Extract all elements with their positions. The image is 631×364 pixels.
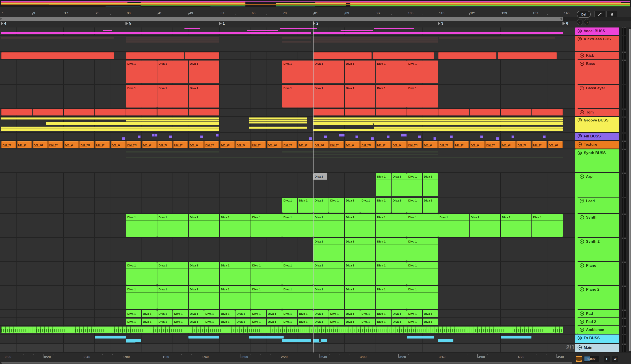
- track-header-basslayer[interactable]: BassLayer: [578, 85, 619, 108]
- clip[interactable]: [64, 109, 94, 116]
- locator-2[interactable]: 2: [313, 22, 318, 26]
- locator-6[interactable]: 6: [562, 22, 568, 26]
- clip[interactable]: [496, 137, 499, 140]
- clip[interactable]: Diva 1: [251, 310, 266, 317]
- track-lane-synth-buss[interactable]: [0, 150, 575, 172]
- clip[interactable]: Diva 1: [314, 60, 344, 83]
- clip-strip[interactable]: [126, 120, 219, 122]
- clip[interactable]: KM_WI: [79, 141, 94, 148]
- forward-button[interactable]: →: [584, 19, 590, 25]
- clip-strip[interactable]: [374, 28, 414, 29]
- track-header-kick[interactable]: Kick: [578, 52, 619, 60]
- clip-strip[interactable]: [95, 336, 126, 338]
- clip[interactable]: Diva 1: [251, 214, 282, 237]
- clip-strip[interactable]: [407, 336, 434, 338]
- zoom-width-button[interactable]: W: [612, 356, 618, 362]
- clip[interactable]: KM_W: [485, 141, 500, 148]
- clip[interactable]: Diva 1: [345, 198, 360, 212]
- track-header-main[interactable]: Main: [575, 344, 619, 352]
- clip[interactable]: Diva 1: [407, 310, 422, 317]
- clip[interactable]: [532, 109, 563, 116]
- play-circle-icon[interactable]: [580, 320, 584, 324]
- clip[interactable]: Diva 1: [532, 214, 563, 237]
- clip[interactable]: Diva 1: [189, 85, 219, 108]
- clip[interactable]: Diva 1: [267, 310, 282, 317]
- clip[interactable]: [376, 109, 406, 116]
- clip[interactable]: Diva 1: [282, 318, 297, 325]
- clip-strip[interactable]: [249, 126, 307, 128]
- clip[interactable]: Diva 1: [392, 198, 406, 212]
- clip[interactable]: [345, 109, 375, 116]
- clip[interactable]: Diva 1: [407, 198, 422, 212]
- track-header-ambience[interactable]: Ambience: [578, 326, 619, 334]
- clip-strip[interactable]: [282, 339, 311, 342]
- group-circle-icon[interactable]: [577, 118, 582, 122]
- clip[interactable]: [122, 137, 125, 140]
- clip[interactable]: Diva 1: [236, 310, 250, 317]
- clip-strip[interactable]: [1, 32, 310, 34]
- vertical-scrollbar[interactable]: [629, 29, 630, 351]
- clip[interactable]: Diva 1: [282, 262, 313, 285]
- clip[interactable]: Diva 1: [470, 214, 500, 237]
- group-circle-icon[interactable]: [577, 28, 582, 33]
- play-circle-icon[interactable]: [580, 328, 584, 332]
- clip-strip[interactable]: [313, 154, 438, 155]
- clip[interactable]: KM_W: [17, 141, 32, 148]
- clip[interactable]: Diva 1: [298, 198, 313, 212]
- clip[interactable]: KM_W: [111, 141, 126, 148]
- clip[interactable]: Diva 1: [220, 286, 250, 309]
- play-circle-icon[interactable]: [580, 53, 584, 58]
- clip[interactable]: Diva 1: [345, 214, 375, 237]
- clip[interactable]: Diva 1: [220, 214, 250, 237]
- track-lane-groove-buss[interactable]: [0, 117, 575, 132]
- clip[interactable]: KM_W: [438, 141, 454, 148]
- fold-circle-icon[interactable]: [580, 239, 584, 244]
- track-lane-fx-buss[interactable]: [0, 334, 575, 343]
- track-header-fill-buss[interactable]: Fill BUSS: [575, 133, 619, 140]
- track-header-lead[interactable]: Lead: [578, 198, 619, 213]
- clip[interactable]: Diva 1: [407, 173, 422, 196]
- clip[interactable]: [373, 52, 434, 59]
- clip[interactable]: [158, 109, 188, 116]
- fold-circle-icon[interactable]: [580, 86, 584, 90]
- playback-speed-box[interactable]: 1.00x: [584, 356, 599, 362]
- clip-strip[interactable]: [313, 339, 319, 342]
- clip[interactable]: Diva 1: [345, 262, 375, 285]
- group-circle-icon[interactable]: [577, 37, 582, 42]
- clip[interactable]: KM_WI: [360, 141, 375, 148]
- clip[interactable]: Diva 1: [189, 262, 219, 285]
- clip[interactable]: [339, 134, 342, 136]
- clip[interactable]: Diva 1: [220, 262, 250, 285]
- clip[interactable]: Diva 1: [282, 286, 313, 309]
- clip[interactable]: [342, 134, 344, 136]
- fold-circle-icon[interactable]: [580, 199, 584, 203]
- clip[interactable]: Diva 1: [189, 60, 219, 83]
- clip[interactable]: Diva 1: [392, 173, 406, 196]
- delete-button[interactable]: Del: [577, 11, 591, 18]
- play-circle-icon[interactable]: [580, 110, 584, 114]
- clip[interactable]: Diva 1: [407, 85, 438, 108]
- clip[interactable]: [407, 109, 438, 116]
- track-header-tom[interactable]: Tom: [578, 109, 619, 116]
- track-lane-piano[interactable]: Diva 1Diva 1Diva 1Diva 1Diva 1Diva 1Diva…: [0, 262, 575, 285]
- clip[interactable]: Diva 1: [126, 262, 157, 285]
- clip[interactable]: KM_WI: [32, 141, 48, 148]
- track-lane-synth[interactable]: Diva 1Diva 1Diva 1Diva 1Diva 1Diva 1Diva…: [0, 214, 575, 237]
- clip-strip[interactable]: [374, 124, 563, 125]
- clip-strip[interactable]: [1, 118, 219, 120]
- clip[interactable]: [216, 134, 218, 136]
- clip[interactable]: [185, 52, 219, 59]
- group-circle-icon[interactable]: [577, 336, 582, 340]
- clip[interactable]: Diva 1: [158, 214, 188, 237]
- clip[interactable]: KM_W: [48, 141, 63, 148]
- clip[interactable]: [32, 109, 63, 116]
- clip[interactable]: Diva 1: [314, 173, 327, 196]
- clip[interactable]: Diva 1: [158, 310, 172, 317]
- clip[interactable]: Diva 1: [282, 60, 313, 83]
- track-lane-vocal-buss[interactable]: [0, 28, 575, 35]
- clip[interactable]: Diva 1: [376, 262, 406, 285]
- fold-circle-icon[interactable]: [580, 215, 584, 220]
- track-lane-bass[interactable]: Diva 1Diva 1Diva 1Diva 1Diva 1Diva 1Diva…: [0, 60, 575, 84]
- clip-strip[interactable]: [249, 118, 307, 120]
- clip[interactable]: Diva 1: [236, 318, 250, 325]
